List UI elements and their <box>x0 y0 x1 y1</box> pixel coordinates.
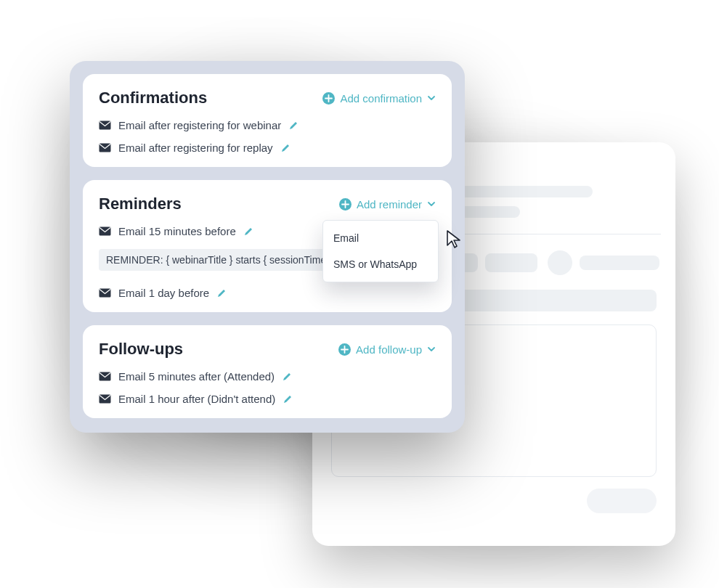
add-followup-button[interactable]: Add follow-up <box>338 343 436 356</box>
reminder-item-label: Email 15 minutes before <box>118 225 236 237</box>
envelope-icon <box>99 372 111 381</box>
confirmation-item-label: Email after registering for replay <box>118 142 273 154</box>
plus-circle-icon <box>322 92 335 105</box>
confirmations-card: Confirmations Add confirmation Email aft… <box>83 74 452 167</box>
envelope-icon <box>99 394 111 404</box>
skeleton-tab <box>485 253 537 272</box>
confirmation-item: Email after registering for replay <box>99 142 436 154</box>
add-reminder-label: Add reminder <box>357 198 422 211</box>
plus-circle-icon <box>339 198 352 211</box>
add-reminder-dropdown: Email SMS or WhatsApp <box>322 220 439 282</box>
followup-item: Email 5 minutes after (Attended) <box>99 370 436 383</box>
dropdown-option-email[interactable]: Email <box>323 225 438 251</box>
plus-circle-icon <box>338 343 351 356</box>
add-confirmation-label: Add confirmation <box>340 92 422 105</box>
reminders-card: Reminders Add reminder Email SMS or What… <box>83 180 452 312</box>
pencil-icon[interactable] <box>216 288 227 298</box>
notifications-settings-panel: Confirmations Add confirmation Email aft… <box>70 61 465 433</box>
followup-item-label: Email 5 minutes after (Attended) <box>118 370 275 383</box>
skeleton-avatar <box>548 250 572 275</box>
pencil-icon[interactable] <box>280 143 291 153</box>
pencil-icon[interactable] <box>282 372 292 382</box>
pencil-icon[interactable] <box>283 394 293 404</box>
add-followup-label: Add follow-up <box>356 343 422 356</box>
pencil-icon[interactable] <box>243 226 253 237</box>
followup-item: Email 1 hour after (Didn't attend) <box>99 393 436 405</box>
pencil-icon[interactable] <box>288 121 298 131</box>
followups-title: Follow-ups <box>99 340 183 359</box>
reminder-item-label: Email 1 day before <box>118 287 209 299</box>
envelope-icon <box>99 288 111 298</box>
chevron-down-icon <box>427 94 436 102</box>
confirmation-item-label: Email after registering for webinar <box>118 119 281 131</box>
skeleton-button <box>587 489 657 513</box>
reminders-title: Reminders <box>99 195 182 213</box>
envelope-icon <box>99 121 111 130</box>
skeleton-pill <box>580 256 659 270</box>
add-reminder-button[interactable]: Add reminder Email SMS or WhatsApp <box>339 198 436 211</box>
confirmations-title: Confirmations <box>99 89 207 107</box>
chevron-down-icon <box>427 200 436 208</box>
followups-card: Follow-ups Add follow-up Email 5 minutes… <box>83 325 452 418</box>
envelope-icon <box>99 143 111 152</box>
add-confirmation-button[interactable]: Add confirmation <box>322 92 436 105</box>
confirmation-item: Email after registering for webinar <box>99 119 436 131</box>
reminder-template-chip: REMINDER: { webinarTitle } starts { sess… <box>99 249 356 271</box>
dropdown-option-sms[interactable]: SMS or WhatsApp <box>323 251 438 277</box>
envelope-icon <box>99 226 111 236</box>
reminder-item: Email 1 day before <box>99 287 436 299</box>
chevron-down-icon <box>427 345 436 354</box>
followup-item-label: Email 1 hour after (Didn't attend) <box>118 393 275 405</box>
